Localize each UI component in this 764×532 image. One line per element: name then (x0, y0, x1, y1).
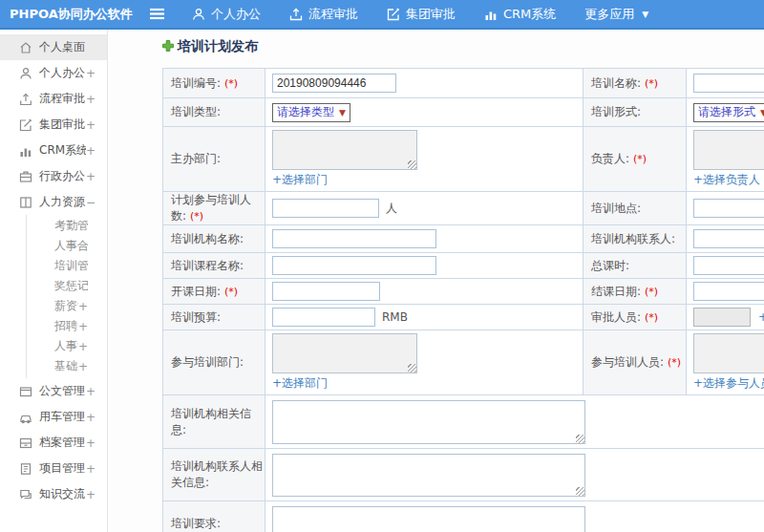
top-bar: PHPOA协同办公软件 个人办公 流程审批 集团审批 CRM系统 更多应用 (0, 0, 764, 30)
field-label: 负责人:(*) (584, 127, 687, 192)
training-org-name-input[interactable] (272, 229, 436, 248)
expand-icon[interactable]: + (86, 144, 96, 158)
sidebar-item-hr-contract[interactable]: 人事合同 (27, 236, 107, 256)
expand-icon[interactable]: + (86, 436, 96, 450)
archive-icon (18, 436, 32, 450)
field-label: 结课日期:(*) (584, 279, 687, 305)
select-participating-departments-link[interactable]: +选择部门 (272, 375, 328, 392)
sidebar-item-hr-manage[interactable]: 人事管理 + (27, 336, 107, 356)
training-location-input[interactable] (693, 199, 764, 218)
book-icon (18, 195, 32, 209)
sidebar-item-label: 考勤管理 (54, 218, 88, 234)
page-title: 培训计划发布 (162, 38, 764, 55)
sidebar-item-admin-office[interactable]: 行政办公 + (0, 163, 107, 189)
training-number-input[interactable] (272, 74, 396, 93)
field-label: 培训类型: (163, 98, 265, 127)
expand-icon[interactable]: + (78, 360, 88, 373)
sidebar-item-knowledge[interactable]: 知识交流 + (0, 481, 107, 507)
nav-crm-system[interactable]: CRM系统 (484, 6, 556, 23)
person-in-charge-textarea[interactable] (693, 130, 764, 170)
training-name-input[interactable] (693, 74, 764, 93)
sidebar-item-label: 用车管理 (39, 409, 86, 425)
sidebar-item-vehicle[interactable]: 用车管理 + (0, 404, 107, 430)
host-department-textarea[interactable] (272, 130, 417, 170)
sidebar-item-crm[interactable]: CRM系统 + (0, 138, 107, 163)
sidebar-item-group-approval[interactable]: 集团审批 + (0, 112, 107, 138)
select-participating-personnel-link[interactable]: +选择参与人员 (693, 375, 764, 392)
collapse-icon[interactable]: − (86, 196, 96, 209)
nav-personal-office[interactable]: 个人办公 (192, 6, 261, 23)
page: PHPOA协同办公软件 个人办公 流程审批 集团审批 CRM系统 更多应用 (0, 0, 764, 532)
sidebar-item-hr[interactable]: 人力资源 − (0, 189, 107, 215)
training-type-select[interactable]: 请选择类型 ▼ (272, 103, 350, 122)
training-budget-input[interactable] (272, 308, 375, 327)
sidebar-item-reward-record[interactable]: 奖惩记录 (27, 276, 107, 296)
sidebar-item-flow-approval[interactable]: 流程审批 + (0, 86, 107, 112)
sidebar-item-official-doc[interactable]: 公文管理 + (0, 378, 107, 404)
expand-icon[interactable]: + (86, 170, 96, 183)
nav-group-approval[interactable]: 集团审批 (387, 6, 456, 23)
sidebar-item-personal-office[interactable]: 个人办公 + (0, 60, 107, 86)
training-requirements-textarea[interactable] (272, 506, 585, 532)
select-value: 请选择类型 (277, 104, 334, 120)
edit-icon (18, 117, 32, 132)
end-date-input[interactable] (693, 282, 764, 301)
project-icon (18, 461, 32, 476)
nav-label: 更多应用 (584, 6, 634, 23)
sidebar-item-label: 人力资源 (39, 194, 86, 210)
expand-icon[interactable]: + (86, 411, 96, 424)
expand-icon[interactable]: + (78, 320, 88, 333)
total-hours-input[interactable] (693, 256, 764, 275)
home-icon (18, 40, 32, 54)
select-person-in-charge-link[interactable]: +选择负责人 (693, 172, 760, 188)
expand-icon[interactable]: + (78, 300, 88, 313)
required-marker: (*) (224, 286, 238, 298)
training-course-name-input[interactable] (272, 256, 436, 275)
select-approver-link[interactable]: +选择审批人员 (758, 309, 764, 326)
nav-more-apps[interactable]: 更多应用 ▼ (584, 6, 648, 23)
expand-icon[interactable]: + (86, 67, 96, 80)
expand-icon[interactable]: + (86, 385, 96, 398)
unit-suffix: 人 (386, 201, 397, 217)
training-org-contact-input[interactable] (693, 229, 764, 248)
expand-icon[interactable]: + (86, 488, 96, 501)
expand-icon[interactable]: + (86, 118, 96, 132)
sidebar-item-label: 项目管理 (39, 460, 86, 477)
chevron-down-icon: ▼ (760, 108, 764, 117)
expand-icon[interactable]: + (86, 462, 96, 476)
approver-input[interactable] (693, 308, 751, 327)
sidebar-item-label: 档案管理 (39, 435, 86, 451)
sidebar-item-salary[interactable]: 薪资管理 + (27, 296, 107, 316)
participating-personnel-textarea[interactable] (693, 333, 764, 373)
required-marker: (*) (633, 153, 647, 165)
select-department-link[interactable]: +选择部门 (272, 172, 328, 188)
sidebar-item-label: 基础类别设置 (54, 358, 78, 374)
org-info-textarea[interactable] (272, 400, 585, 444)
sidebar-item-recruit[interactable]: 招聘管理 + (27, 316, 107, 336)
org-contact-info-textarea[interactable] (272, 454, 585, 497)
nav-flow-approval[interactable]: 流程审批 (289, 6, 358, 23)
chevron-down-icon: ▼ (339, 108, 346, 117)
start-date-input[interactable] (272, 282, 380, 301)
briefcase-icon (18, 169, 32, 183)
field-label: 审批人员:(*) (584, 305, 687, 330)
sidebar-item-attendance[interactable]: 考勤管理 (27, 216, 107, 236)
sidebar-item-base-category[interactable]: 基础类别设置 + (27, 356, 107, 376)
expand-icon[interactable]: + (86, 93, 96, 106)
hamburger-menu-icon[interactable] (149, 8, 165, 20)
car-icon (18, 410, 32, 424)
sidebar-item-personal-desktop[interactable]: 个人桌面 (0, 34, 107, 60)
sidebar-item-project[interactable]: 项目管理 + (0, 456, 107, 481)
sidebar-item-archive[interactable]: 档案管理 + (0, 430, 107, 456)
sidebar-item-training[interactable]: 培训管理 (27, 256, 107, 276)
sidebar-item-label: CRM系统 (39, 142, 86, 159)
participating-departments-textarea[interactable] (272, 333, 417, 373)
expand-icon[interactable]: + (78, 340, 88, 353)
training-form-select[interactable]: 请选择形式 ▼ (693, 103, 764, 122)
nav-label: 流程审批 (308, 6, 358, 23)
sidebar-item-label: 流程审批 (39, 91, 86, 107)
field-label: 培训编号:(*) (163, 69, 265, 98)
field-label: 培训地点: (584, 192, 687, 225)
planned-participants-input[interactable] (272, 199, 379, 218)
field-label: 培训要求: (163, 501, 265, 532)
